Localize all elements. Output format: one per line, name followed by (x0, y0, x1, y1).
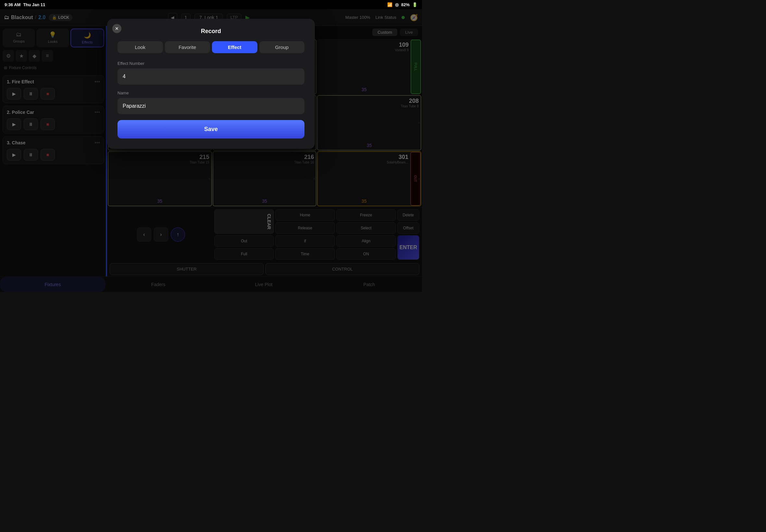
battery-level: 82% (401, 2, 410, 7)
modal-tab-group[interactable]: Group (259, 41, 305, 53)
modal-tabs: Look Favorite Effect Group (117, 41, 304, 53)
status-day: Thu Jan 11 (23, 2, 45, 7)
modal-close-button[interactable]: ✕ (112, 24, 121, 33)
effect-number-input[interactable] (117, 68, 304, 85)
wifi-icon: 📶 (387, 2, 393, 7)
wifi-label: ◎ (395, 2, 399, 7)
battery-icon: 🔋 (412, 2, 418, 7)
record-modal: ✕ Record Look Favorite Effect Group Effe… (107, 19, 315, 149)
modal-save-button[interactable]: Save (117, 120, 304, 139)
close-icon: ✕ (115, 26, 119, 31)
modal-tab-effect[interactable]: Effect (212, 41, 257, 53)
effect-number-label: Effect Number (117, 61, 304, 66)
modal-overlay: ✕ Record Look Favorite Effect Group Effe… (0, 9, 422, 292)
modal-title: Record (117, 28, 304, 35)
effect-name-label: Name (117, 91, 304, 95)
status-bar: 9:36 AM Thu Jan 11 📶 ◎ 82% 🔋 (0, 0, 422, 9)
effect-name-input[interactable] (117, 98, 304, 114)
modal-tab-favorite[interactable]: Favorite (165, 41, 210, 53)
status-time: 9:36 AM (5, 2, 20, 7)
modal-tab-look[interactable]: Look (117, 41, 163, 53)
